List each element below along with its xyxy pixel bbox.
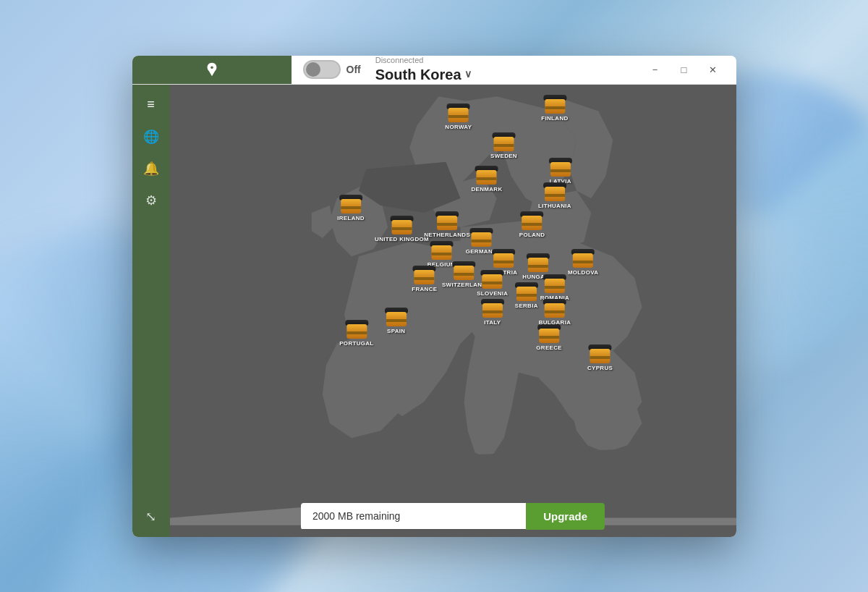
power-toggle[interactable] [303,60,341,79]
server-label: SPAIN [387,328,405,334]
maximize-button[interactable]: □ [670,58,699,81]
barrel-body [590,349,610,363]
sidebar-item-settings[interactable]: ⚙ [137,186,166,215]
server-pin-serbia[interactable]: SERBIA [515,282,538,309]
barrel-stripe [471,240,491,242]
server-pin-denmark[interactable]: DENMARK [471,166,502,193]
main-content: ≡ 🌐 🔔 ⚙ ⤡ [132,85,736,537]
barrel-stripe [545,286,565,289]
server-label: ITALY [484,319,501,326]
server-pin-lithuania[interactable]: LITHUANIA [538,182,571,209]
toggle-knob [306,62,320,77]
barrel-body [437,216,457,230]
close-button[interactable]: ✕ [699,58,728,81]
barrel-icon [550,158,571,177]
barrel-icon [414,266,435,284]
sidebar-item-collapse[interactable]: ⤡ [137,502,166,531]
barrel-body [545,303,565,318]
server-label: CYPRUS [587,365,613,371]
gear-icon: ⚙ [145,193,157,208]
title-bar-center: Off Disconnected South Korea ∨ [292,56,641,83]
barrel-icon [477,166,497,185]
barrel-icon [573,249,593,268]
server-pin-italy[interactable]: ITALY [482,299,503,326]
server-pin-portugal[interactable]: PORTUGAL [339,320,373,347]
barrel-stripe [386,319,407,322]
barrel-icon [545,299,565,318]
toggle-container: Off [303,60,361,79]
barrel-icon [539,324,559,343]
barrel-body [550,162,571,177]
server-pin-poland[interactable]: POLAND [519,211,545,238]
menu-icon: ≡ [147,97,155,112]
sidebar-item-locations[interactable]: 🌐 [137,122,166,151]
sidebar-item-menu[interactable]: ≡ [137,90,166,119]
barrel-stripe [493,144,514,147]
server-pin-norway[interactable]: NORWAY [445,103,472,130]
bottom-bar: 2000 MB remaining Upgrade [301,503,605,530]
server-pin-latvia[interactable]: LATVIA [550,158,571,185]
map-area: NORWAY FINLAND SWEDEN LATVIA [170,85,736,537]
barrel-icon [471,228,491,247]
server-label: NETHERLANDS [424,232,470,238]
server-pin-moldova[interactable]: MOLDOVA [568,249,598,276]
sidebar-item-notifications[interactable]: 🔔 [137,154,166,183]
server-pin-cyprus[interactable]: CYPRUS [587,344,613,371]
server-pin-finland[interactable]: FINLAND [541,95,568,122]
server-label: UNITED KINGDOM [375,236,429,242]
barrel-icon [482,299,503,318]
connection-status: Disconnected [375,56,472,65]
barrel-stripe [477,177,497,180]
server-label: SERBIA [515,303,538,309]
collapse-icon: ⤡ [145,509,156,525]
barrel-icon [527,253,548,272]
barrel-icon [346,320,367,339]
barrel-stripe [482,310,503,313]
barrel-stripe [437,223,457,226]
app-logo [202,59,222,80]
barrel-icon [545,274,565,293]
server-pin-slovenia[interactable]: SLOVENIA [477,270,508,297]
location-selector[interactable]: South Korea ∨ [375,66,472,83]
toggle-label: Off [346,64,361,75]
barrel-icon [482,270,503,289]
barrel-icon [437,211,457,230]
barrel-stripe [516,294,537,297]
server-pin-france[interactable]: FRANCE [412,266,437,292]
app-window: Off Disconnected South Korea ∨ − □ ✕ ≡ � [132,56,736,537]
barrel-icon [516,282,537,301]
server-pin-greece[interactable]: GREECE [536,324,562,351]
server-pin-uk[interactable]: UNITED KINGDOM [375,216,429,242]
server-pin-spain[interactable]: SPAIN [386,308,407,334]
server-label: LITHUANIA [538,203,571,209]
barrel-stripe [522,223,542,226]
barrel-body [545,99,565,114]
server-pin-romania[interactable]: ROMANIA [540,274,569,301]
barrel-stripe [590,356,610,359]
barrel-icon [493,132,514,151]
server-pin-netherlands[interactable]: NETHERLANDS [424,211,470,238]
server-pin-ireland[interactable]: IRELAND [337,195,365,221]
title-bar: Off Disconnected South Korea ∨ − □ ✕ [132,56,736,85]
minimize-button[interactable]: − [641,58,670,81]
barrel-stripe [493,261,514,263]
server-pin-sweden[interactable]: SWEDEN [490,132,517,159]
server-pin-bulgaria[interactable]: BULGARIA [539,299,571,326]
barrel-body [471,232,491,247]
barrel-stripe [573,261,593,263]
barrel-stripe [550,169,571,172]
barrel-icon [522,211,542,230]
chevron-down-icon: ∨ [464,68,472,80]
barrel-stripe [346,331,367,334]
barrel-stripe [545,106,565,109]
barrel-body [482,303,503,318]
server-label: MOLDOVA [568,269,598,276]
upgrade-button[interactable]: Upgrade [526,503,605,530]
server-label: GREECE [536,344,562,351]
barrel-icon [493,249,514,268]
barrel-body [454,266,475,280]
barrel-body [386,312,407,326]
alert-icon: 🔔 [143,161,159,177]
barrel-body [341,199,361,213]
barrel-stripe [431,253,451,255]
